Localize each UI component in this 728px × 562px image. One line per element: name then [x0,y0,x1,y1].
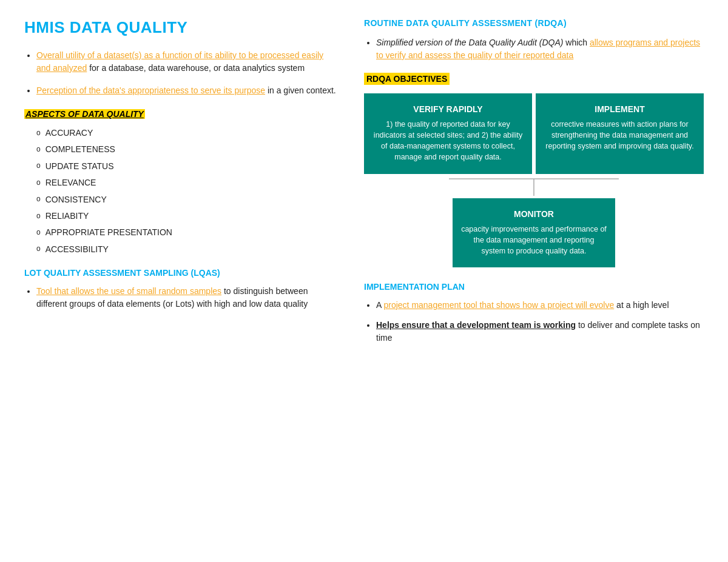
lqas-heading: LOT QUALITY ASSESSMENT SAMPLING (LQAS) [24,268,340,278]
implement-title: IMPLEMENT [544,104,695,114]
link-text-2: Perception of the data's appropriateness… [36,85,265,95]
aspects-list: ACCURACY COMPLETENESS UPDATE STATUS RELE… [24,126,340,256]
implement-box: IMPLEMENT corrective measures with actio… [536,93,704,174]
list-item: RELIABITY [36,209,340,222]
right-column: ROUTINE DATA QUALITY ASSESSMENT (RDQA) S… [364,18,704,352]
main-title: HMIS DATA QUALITY [24,18,340,37]
rdqa-top-boxes: VERIFY RAPIDLY 1) the quality of reporte… [364,93,704,174]
implement-text: corrective measures with action plans fo… [545,120,693,150]
verify-title: VERIFY RAPIDLY [372,104,524,114]
list-item: ACCURACY [36,126,340,139]
impl-bold: Helps ensure that a development team is … [376,320,576,330]
impl-text-start: A [376,300,383,310]
lqas-bullet-list: Tool that allows the use of small random… [24,285,340,310]
monitor-text: capacity improvements and performance of… [461,225,607,255]
list-item: UPDATE STATUS [36,159,340,173]
list-item: COMPLETENESS [36,142,340,156]
list-item: Simplified version of the Data Quality A… [376,36,704,62]
list-item: APPROPRIATE PRESENTATION [36,226,340,239]
list-item: Overall utility of a dataset(s) as a fun… [36,49,340,75]
aspects-heading: ASPECTS OF DATA QUALITY [24,109,145,119]
list-item: CONSISTENCY [36,193,340,206]
monitor-box: MONITOR capacity improvements and perfor… [453,198,616,267]
impl-link: project management tool that shows how a… [383,300,614,310]
rdqa-bullet-list: Simplified version of the Data Quality A… [364,36,704,62]
list-item: Tool that allows the use of small random… [36,285,340,310]
list-item: A project management tool that shows how… [376,299,704,312]
rest-text-1: for a database, data warehouse, or data … [87,63,305,73]
rest-text-2: in a given context. [265,85,336,95]
rdqa-italic: Simplified version of the Data Quality A… [376,38,563,47]
list-item: Perception of the data's appropriateness… [36,84,340,97]
list-item: ACCESSIBILITY [36,243,340,256]
impl-heading: IMPLEMENTATION PLAN [364,282,704,292]
list-item: Helps ensure that a development team is … [376,319,704,344]
connector-lines [364,178,704,196]
rdqa-objectives-heading: RDQA OBJECTIVES [364,73,450,85]
rdqa-bottom-box-row: MONITOR capacity improvements and perfor… [364,198,704,267]
lqas-link-text: Tool that allows the use of small random… [36,286,221,296]
rdqa-title: ROUTINE DATA QUALITY ASSESSMENT (RDQA) [364,18,704,28]
left-column: HMIS DATA QUALITY Overall utility of a d… [24,18,340,352]
impl-text-end-0: at a high level [614,300,669,310]
verify-box: VERIFY RAPIDLY 1) the quality of reporte… [364,93,532,174]
page-layout: HMIS DATA QUALITY Overall utility of a d… [24,18,704,352]
intro-bullet-list: Overall utility of a dataset(s) as a fun… [24,49,340,97]
rdqa-middle: which [563,38,590,47]
monitor-title: MONITOR [461,209,607,219]
verify-text: 1) the quality of reported data for key … [374,120,522,161]
impl-list: A project management tool that shows how… [364,299,704,344]
list-item: RELEVANCE [36,176,340,189]
